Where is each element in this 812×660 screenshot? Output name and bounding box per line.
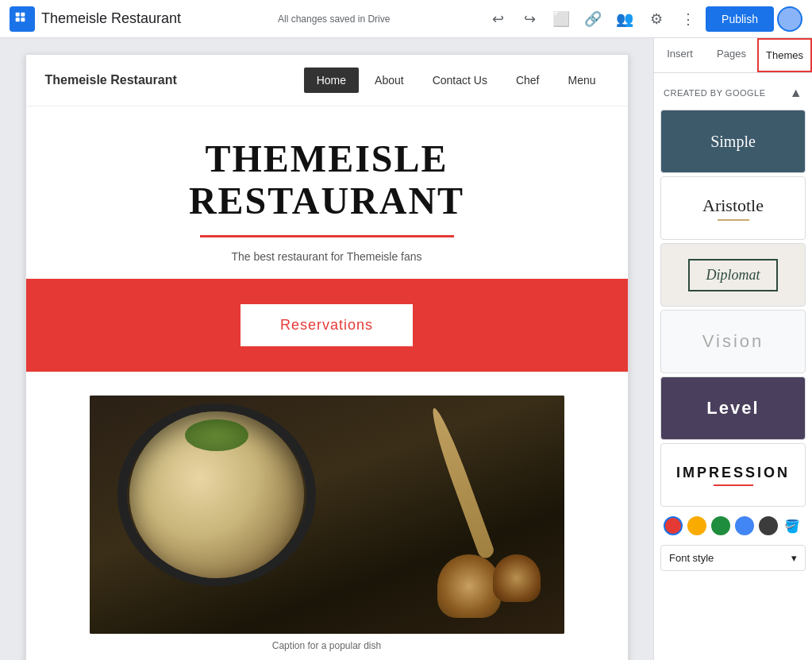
section-header: Created by Google ▲: [654, 79, 812, 106]
spoon-decoration: [426, 405, 495, 560]
herbs-decoration: [185, 419, 248, 451]
panel-tabs: Insert Pages Themes: [654, 38, 812, 73]
mushroom2-decoration: [493, 554, 541, 602]
theme-vision-label: Vision: [702, 331, 764, 352]
food-caption: Caption for a popular dish: [90, 640, 564, 651]
nav-contact[interactable]: Contact Us: [420, 68, 500, 93]
nav-chef[interactable]: Chef: [503, 68, 552, 93]
save-status: All changes saved in Drive: [190, 14, 477, 25]
theme-impression-label: IMPRESSION: [676, 465, 790, 481]
chevron-up-icon[interactable]: ▲: [790, 86, 802, 100]
theme-level-label: Level: [706, 398, 759, 419]
reservation-section: Reservations: [26, 279, 628, 372]
tab-pages[interactable]: Pages: [706, 38, 757, 72]
color-swatch-red[interactable]: [664, 516, 683, 535]
color-swatch-dark[interactable]: [759, 516, 778, 535]
more-button[interactable]: ⋮: [674, 5, 702, 33]
aristotle-inner: Aristotle: [702, 195, 764, 221]
nav-menu[interactable]: Menu: [555, 68, 608, 93]
site-nav: Themeisle Restaurant Home About Contact …: [26, 55, 628, 106]
nav-home[interactable]: Home: [304, 68, 359, 93]
color-swatches: 🪣: [654, 510, 812, 542]
reservation-button[interactable]: Reservations: [241, 304, 413, 346]
publish-button[interactable]: Publish: [706, 6, 774, 32]
theme-card-diplomat[interactable]: Diplomat: [660, 243, 806, 307]
color-swatch-yellow[interactable]: [687, 516, 706, 535]
user-avatar[interactable]: [777, 6, 802, 32]
toolbar-actions: ↩ ↪ ⬜ 🔗 👥 ⚙ ⋮ Publish: [483, 5, 802, 33]
link-button[interactable]: 🔗: [579, 5, 607, 33]
paint-bucket-icon[interactable]: 🪣: [783, 516, 802, 535]
color-swatch-green[interactable]: [711, 516, 730, 535]
settings-button[interactable]: ⚙: [642, 5, 671, 33]
impression-line: [714, 484, 753, 486]
svg-rect-3: [21, 17, 25, 21]
preview-button[interactable]: ⬜: [547, 5, 575, 33]
theme-card-impression[interactable]: IMPRESSION: [660, 443, 806, 507]
diplomat-border: Diplomat: [688, 259, 777, 291]
tab-themes[interactable]: Themes: [757, 38, 812, 72]
svg-rect-2: [16, 17, 20, 21]
hero-section: THEMEISLE RESTAURANT The best restaurant…: [26, 106, 628, 279]
theme-aristotle-label: Aristotle: [702, 195, 764, 216]
hero-title: THEMEISLE RESTAURANT: [42, 138, 612, 222]
main-area: Themeisle Restaurant Home About Contact …: [0, 38, 812, 660]
hero-divider: [200, 235, 454, 237]
tab-insert[interactable]: Insert: [654, 38, 706, 72]
undo-button[interactable]: ↩: [483, 5, 512, 33]
hero-subtitle: The best restaurant for Themeisle fans: [42, 250, 612, 263]
theme-card-vision[interactable]: Vision: [660, 310, 806, 373]
redo-button[interactable]: ↪: [515, 5, 544, 33]
toolbar: Themeisle Restaurant All changes saved i…: [0, 0, 812, 38]
svg-rect-0: [16, 12, 20, 16]
panel-content: Created by Google ▲ Simple Aristotle Dip…: [654, 73, 812, 660]
site-logo: Themeisle Restaurant: [45, 73, 304, 87]
soup-scene: [90, 396, 564, 634]
food-section: Caption for a popular dish: [26, 372, 628, 659]
editor-area: Themeisle Restaurant Home About Contact …: [0, 38, 653, 660]
website-preview: Themeisle Restaurant Home About Contact …: [25, 54, 629, 660]
theme-card-aristotle[interactable]: Aristotle: [660, 176, 806, 240]
theme-card-simple[interactable]: Simple: [660, 110, 806, 173]
color-swatch-blue[interactable]: [735, 516, 754, 535]
theme-card-level[interactable]: Level: [660, 376, 806, 440]
right-panel: Insert Pages Themes Created by Google ▲ …: [653, 38, 812, 660]
svg-rect-1: [21, 12, 25, 16]
chevron-down-icon: ▾: [791, 552, 797, 564]
impression-inner: IMPRESSION: [676, 465, 790, 486]
aristotle-line: [718, 219, 749, 221]
food-image: [90, 396, 564, 634]
share-button[interactable]: 👥: [610, 5, 639, 33]
google-logo[interactable]: [10, 6, 35, 32]
site-nav-links: Home About Contact Us Chef Menu: [304, 68, 609, 93]
app-title: Themeisle Restaurant: [41, 10, 184, 27]
nav-about[interactable]: About: [362, 68, 417, 93]
mushroom1-decoration: [437, 554, 501, 618]
theme-diplomat-label: Diplomat: [706, 267, 760, 283]
theme-simple-label: Simple: [710, 133, 756, 151]
section-label: Created by Google: [664, 88, 766, 98]
font-style-label: Font style: [669, 552, 714, 564]
font-style-dropdown[interactable]: Font style ▾: [660, 545, 806, 571]
